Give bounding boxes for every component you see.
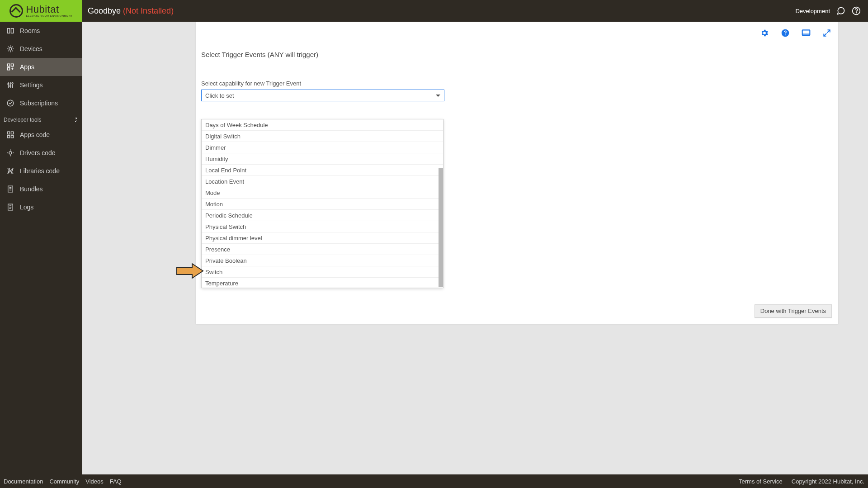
sidebar-item-label: Devices: [20, 45, 42, 52]
field-label: Select capability for new Trigger Event: [196, 58, 838, 90]
collapse-icon: [73, 117, 79, 123]
topbar: Hubitat ELEVATE YOUR ENVIRONMENT Goodbye…: [0, 0, 868, 22]
svg-rect-7: [7, 68, 9, 70]
dropdown-option[interactable]: Humidity: [202, 153, 443, 165]
footer-copyright: Copyright 2022 Hubitat, Inc.: [792, 478, 864, 485]
footer-link[interactable]: FAQ: [110, 478, 122, 485]
footer: DocumentationCommunityVideosFAQ Terms of…: [0, 474, 868, 488]
main-content: Select Trigger Events (ANY will trigger)…: [82, 22, 868, 474]
dropdown-option[interactable]: Presence: [202, 244, 443, 255]
apps-code-icon: [6, 131, 14, 139]
sidebar-item-label: Apps: [20, 63, 34, 71]
capability-select[interactable]: Click to set: [201, 90, 444, 101]
sidebar-item-label: Libraries code: [20, 167, 60, 175]
sidebar-item-apps-code[interactable]: Apps code: [0, 126, 82, 144]
sidebar-item-settings[interactable]: Settings: [0, 76, 82, 94]
install-status: (Not Installed): [123, 6, 174, 15]
dropdown-option[interactable]: Local End Point: [202, 165, 443, 176]
logs-icon: [6, 203, 14, 211]
dropdown-option[interactable]: Location Event: [202, 176, 443, 187]
svg-rect-13: [11, 132, 14, 134]
dropdown-option[interactable]: Digital Switch: [202, 131, 443, 142]
svg-rect-12: [7, 132, 9, 134]
brand-logo[interactable]: Hubitat ELEVATE YOUR ENVIRONMENT: [0, 0, 82, 22]
dropdown-option[interactable]: Periodic Schedule: [202, 210, 443, 221]
select-placeholder: Click to set: [205, 92, 234, 99]
svg-point-8: [8, 83, 9, 85]
sidebar-item-label: Apps code: [20, 131, 50, 138]
dropdown-option[interactable]: Temperature: [202, 278, 443, 288]
sidebar-item-label: Drivers code: [20, 149, 56, 156]
svg-point-16: [9, 152, 12, 154]
capability-dropdown: Days of Week ScheduleDigital SwitchDimme…: [201, 119, 443, 288]
sidebar-item-apps[interactable]: Apps: [0, 58, 82, 76]
sidebar-item-drivers-code[interactable]: Drivers code: [0, 144, 82, 162]
sidebar-item-label: Bundles: [20, 185, 43, 193]
sidebar-item-label: Settings: [20, 81, 43, 89]
sidebar-item-rooms[interactable]: Rooms: [0, 22, 82, 40]
bundles-icon: [6, 185, 14, 193]
brand-name: Hubitat: [26, 5, 72, 14]
sidebar-section-developer[interactable]: Developer tools: [0, 112, 82, 126]
svg-point-10: [12, 83, 13, 84]
sidebar-item-label: Rooms: [20, 27, 40, 34]
libraries-code-icon: [6, 167, 14, 175]
svg-rect-14: [7, 136, 9, 138]
footer-link[interactable]: Documentation: [4, 478, 43, 485]
done-button[interactable]: Done with Trigger Events: [755, 304, 832, 317]
sidebar-item-devices[interactable]: Devices: [0, 40, 82, 58]
sidebar-item-logs[interactable]: Logs: [0, 198, 82, 216]
dropdown-option[interactable]: Dimmer: [202, 142, 443, 153]
apps-icon: [6, 63, 14, 71]
scrollbar-thumb[interactable]: [439, 168, 443, 287]
footer-link[interactable]: Community: [49, 478, 79, 485]
svg-point-1: [856, 13, 857, 13]
gear-icon[interactable]: [760, 28, 769, 38]
caret-down-icon: [436, 95, 440, 97]
dropdown-option[interactable]: Physical dimmer level: [202, 232, 443, 244]
hubitat-logo-icon: [9, 4, 23, 18]
settings-icon: [6, 81, 14, 89]
subscriptions-icon: [6, 99, 14, 107]
rooms-icon: [6, 27, 14, 35]
display-icon[interactable]: [801, 28, 811, 38]
svg-point-11: [7, 100, 14, 106]
sidebar-item-bundles[interactable]: Bundles: [0, 180, 82, 198]
svg-rect-15: [11, 136, 14, 138]
help-icon[interactable]: [852, 6, 861, 15]
svg-rect-2: [7, 28, 9, 33]
svg-point-4: [9, 47, 12, 50]
footer-terms[interactable]: Terms of Service: [739, 478, 783, 485]
svg-point-20: [785, 34, 786, 35]
sidebar-item-label: Subscriptions: [20, 99, 58, 107]
svg-point-9: [10, 85, 11, 87]
development-label: Development: [795, 8, 830, 14]
sidebar-item-subscriptions[interactable]: Subscriptions: [0, 94, 82, 112]
page-title: Goodbye (Not Installed): [88, 6, 174, 16]
section-title: Select Trigger Events (ANY will trigger): [196, 22, 838, 58]
sidebar-item-label: Logs: [20, 204, 33, 211]
devices-icon: [6, 45, 14, 53]
footer-link[interactable]: Videos: [85, 478, 104, 485]
dropdown-option[interactable]: Days of Week Schedule: [202, 119, 443, 131]
dropdown-option[interactable]: Mode: [202, 187, 443, 199]
annotation-arrow: [176, 263, 204, 279]
sidebar: Rooms Devices Apps Settings Subscription…: [0, 22, 82, 474]
dropdown-option[interactable]: Motion: [202, 199, 443, 210]
svg-marker-22: [177, 264, 203, 278]
expand-icon[interactable]: [822, 28, 832, 38]
brand-tagline: ELEVATE YOUR ENVIRONMENT: [26, 14, 72, 17]
svg-rect-6: [11, 64, 14, 66]
svg-rect-3: [11, 28, 14, 33]
help-circle-icon[interactable]: [780, 28, 790, 38]
drivers-code-icon: [6, 149, 14, 157]
chat-icon[interactable]: [836, 6, 845, 15]
dropdown-option[interactable]: Switch: [202, 266, 443, 278]
dropdown-option[interactable]: Physical Switch: [202, 221, 443, 232]
dropdown-option[interactable]: Private Boolean: [202, 255, 443, 266]
sidebar-item-libraries-code[interactable]: Libraries code: [0, 162, 82, 180]
svg-rect-5: [7, 64, 9, 66]
